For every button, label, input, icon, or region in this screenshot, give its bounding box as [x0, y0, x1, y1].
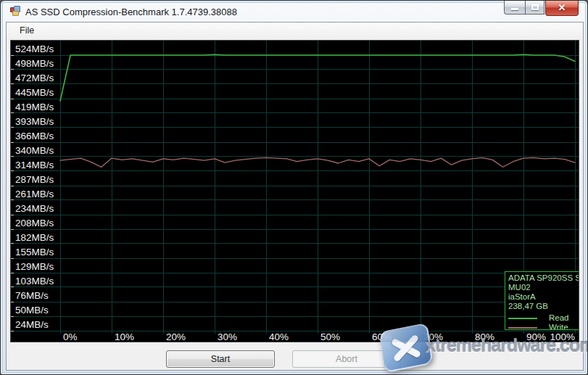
minimize-icon: [511, 8, 518, 10]
svg-text:340MB/s: 340MB/s: [15, 145, 54, 156]
app-window: AS SSD Compression-Benchmark 1.7.4739.38…: [0, 0, 588, 375]
svg-text:129MB/s: 129MB/s: [15, 261, 54, 272]
svg-text:103MB/s: 103MB/s: [15, 276, 54, 287]
svg-text:287MB/s: 287MB/s: [15, 174, 54, 185]
window-title: AS SSD Compression-Benchmark 1.7.4739.38…: [25, 7, 237, 17]
svg-text:208MB/s: 208MB/s: [15, 218, 54, 228]
client-area: File 524MB/s498MB/s472MB/s445MB/s419MB/s…: [7, 22, 583, 370]
svg-text:50MB/s: 50MB/s: [15, 305, 49, 316]
svg-text:472MB/s: 472MB/s: [15, 73, 54, 83]
svg-text:20%: 20%: [166, 331, 186, 342]
app-icon: [10, 6, 22, 17]
svg-text:524MB/s: 524MB/s: [15, 44, 54, 54]
legend-device: ADATA SP920SS SC: [508, 273, 579, 283]
svg-text:445MB/s: 445MB/s: [15, 87, 54, 98]
watermark-text: xtremehardware.com: [426, 335, 588, 356]
svg-text:0%: 0%: [63, 331, 78, 342]
minimize-button[interactable]: [504, 1, 525, 15]
title-bar[interactable]: AS SSD Compression-Benchmark 1.7.4739.38…: [1, 1, 587, 22]
svg-text:24MB/s: 24MB/s: [15, 319, 49, 330]
close-button[interactable]: ✕: [545, 1, 579, 16]
caption-buttons: ✕: [504, 1, 579, 17]
legend-write-label: Write: [549, 323, 568, 330]
svg-text:76MB/s: 76MB/s: [15, 290, 49, 301]
legend-read-label: Read: [549, 313, 569, 324]
svg-text:30%: 30%: [218, 331, 237, 342]
svg-text:50%: 50%: [320, 331, 340, 342]
start-button[interactable]: Start: [166, 350, 275, 368]
maximize-button[interactable]: [525, 1, 544, 15]
svg-text:419MB/s: 419MB/s: [15, 102, 54, 112]
chart-canvas: 524MB/s498MB/s472MB/s445MB/s419MB/s393MB…: [11, 41, 579, 342]
svg-text:234MB/s: 234MB/s: [15, 203, 54, 214]
read-line-sample: [508, 318, 537, 319]
svg-text:182MB/s: 182MB/s: [15, 232, 54, 243]
svg-text:10%: 10%: [115, 331, 134, 342]
legend-capacity: 238,47 GB: [508, 302, 579, 311]
svg-text:314MB/s: 314MB/s: [15, 160, 54, 170]
svg-text:393MB/s: 393MB/s: [15, 116, 54, 127]
svg-text:40%: 40%: [269, 331, 289, 342]
legend-driver: iaStorA: [508, 292, 579, 302]
menu-bar: File: [7, 22, 583, 40]
write-line-sample: [508, 327, 537, 329]
svg-text:498MB/s: 498MB/s: [15, 58, 54, 69]
close-icon: ✕: [546, 2, 578, 13]
maximize-icon: [531, 4, 539, 10]
svg-text:366MB/s: 366MB/s: [15, 131, 54, 141]
svg-text:155MB/s: 155MB/s: [15, 247, 54, 257]
svg-text:261MB/s: 261MB/s: [15, 189, 54, 199]
legend-firmware: MU02: [508, 283, 579, 292]
benchmark-chart: 524MB/s498MB/s472MB/s445MB/s419MB/s393MB…: [11, 41, 579, 342]
chart-legend: ADATA SP920SS SC MU02 iaStorA 238,47 GB …: [505, 271, 579, 330]
menu-file[interactable]: File: [13, 22, 41, 38]
